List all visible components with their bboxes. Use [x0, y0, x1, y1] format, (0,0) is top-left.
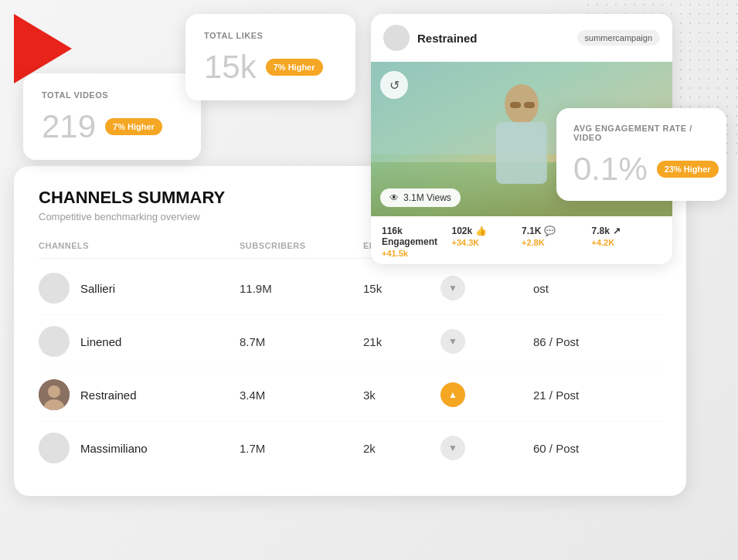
total-likes-value: 15k: [204, 51, 257, 83]
card-total-videos: TOTAL VIDEOS 219 7% Higher: [23, 73, 201, 160]
comments-delta: +2.8K: [522, 238, 545, 247]
engagement-delta: +41.5k: [382, 249, 408, 258]
channel-name: Restrained: [417, 32, 570, 45]
channel-cell-massimiliano: Massimiliano: [39, 433, 240, 463]
play-col-massimiliano: ▼: [440, 436, 533, 460]
play-icon-linened[interactable]: ▼: [440, 329, 465, 354]
channel-cell-restrained: Restrained: [39, 379, 240, 410]
table-row: Restrained 3.4M 3k ▲ 21 / Post: [39, 368, 661, 422]
subscribers-restrained: 3.4M: [240, 389, 363, 402]
comments-item: 7.1K 💬 +2.8K: [522, 226, 592, 258]
avg-engagement-label: AVG ENGAGEMENT RATE / VIDEO: [573, 124, 709, 142]
play-icon-massimiliano[interactable]: ▼: [440, 436, 465, 460]
subscribers-sallieri: 11.9M: [240, 282, 363, 295]
play-col-sallieri: ▼: [440, 276, 533, 300]
total-likes-label: TOTAL LIKES: [204, 31, 337, 40]
thumbs-icon: 👍: [475, 226, 487, 236]
video-linened: 86 / Post: [533, 335, 657, 348]
engagement-restrained: 3k: [363, 389, 440, 402]
eye-icon: 👁: [389, 192, 399, 203]
total-videos-label: TOTAL VIDEOS: [42, 90, 182, 100]
engagement-row: 116k Engagement +41.5k 102k 👍 +34.3K 7.1…: [371, 216, 672, 264]
comment-icon: 💬: [544, 226, 556, 236]
svg-rect-5: [510, 102, 521, 108]
avatar-restrained: [39, 379, 70, 410]
likes-label: 102k 👍: [452, 226, 488, 236]
total-videos-badge: 7% Higher: [105, 118, 162, 135]
share-icon: ↗: [613, 226, 621, 236]
channel-tag: summercampaign: [577, 30, 660, 46]
avg-engagement-badge: 23% Higher: [657, 161, 719, 178]
name-massimiliano: Massimiliano: [80, 442, 148, 455]
engagement-item: 116k Engagement +41.5k: [382, 226, 452, 258]
avatar-sallieri: [39, 273, 70, 304]
engagement-sallieri: 15k: [363, 282, 440, 295]
channel-cell-linened: Linened: [39, 326, 240, 357]
play-col-linened: ▼: [440, 329, 533, 354]
total-likes-badge: 7% Higher: [266, 59, 323, 76]
scene: TOTAL VIDEOS 219 7% Higher TOTAL LIKES 1…: [0, 0, 738, 560]
card-avg-engagement: AVG ENGAGEMENT RATE / VIDEO 0.1% 23% Hig…: [556, 108, 726, 201]
play-button-overlay[interactable]: ↺: [380, 71, 408, 99]
shares-label: 7.8k ↗: [592, 226, 621, 236]
svg-rect-6: [524, 102, 535, 108]
play-icon-restrained[interactable]: ▲: [440, 382, 465, 407]
name-linened: Linened: [80, 335, 121, 348]
engagement-label: 116k Engagement: [382, 226, 452, 247]
shares-item: 7.8k ↗ +4.2K: [592, 226, 662, 258]
card-total-likes: TOTAL LIKES 15k 7% Higher: [185, 14, 355, 100]
avatar-massimiliano: [39, 433, 70, 463]
subscribers-massimiliano: 1.7M: [240, 442, 363, 455]
name-sallieri: Sallieri: [80, 282, 115, 295]
channel-avatar: [383, 25, 410, 51]
shares-delta: +4.2K: [592, 238, 615, 247]
likes-delta: +34.3K: [452, 238, 480, 247]
video-restrained: 21 / Post: [533, 389, 657, 402]
engagement-linened: 21k: [363, 335, 440, 348]
views-badge: 👁 3.1M Views: [380, 188, 461, 207]
avatar-linened: [39, 326, 70, 357]
col-subscribers: SUBSCRIBERS: [240, 241, 363, 250]
play-icon-sallieri[interactable]: ▼: [440, 276, 465, 300]
svg-point-8: [48, 385, 60, 398]
subscribers-linened: 8.7M: [240, 335, 363, 348]
play-col-restrained: ▲: [440, 382, 533, 407]
col-channels: CHANNELS: [39, 241, 240, 250]
table-row: Sallieri 11.9M 15k ▼ ost: [39, 262, 661, 315]
svg-rect-4: [496, 122, 547, 184]
total-videos-value: 219: [42, 110, 96, 143]
engagement-massimiliano: 2k: [363, 442, 440, 455]
name-restrained: Restrained: [80, 389, 137, 402]
views-count: 3.1M Views: [403, 192, 451, 203]
channel-cell-sallieri: Sallieri: [39, 273, 240, 304]
video-sallieri: ost: [533, 282, 657, 295]
channel-header: Restrained summercampaign: [371, 14, 672, 62]
table-row: Massimiliano 1.7M 2k ▼ 60 / Post: [39, 422, 661, 474]
avatar-restrained-img: [39, 379, 70, 410]
avg-engagement-value: 0.1%: [573, 153, 648, 185]
comments-label: 7.1K 💬: [522, 226, 556, 236]
table-row: Linened 8.7M 21k ▼ 86 / Post: [39, 315, 661, 368]
video-massimiliano: 60 / Post: [533, 442, 657, 455]
likes-item: 102k 👍 +34.3K: [452, 226, 522, 258]
